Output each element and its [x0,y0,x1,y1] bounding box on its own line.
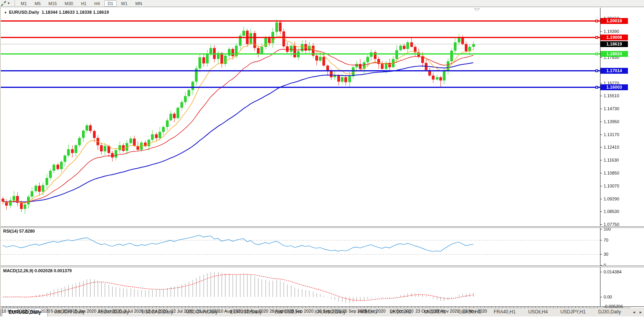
chart-shift-marker[interactable] [474,8,480,11]
timeframe-button-w1[interactable]: W1 [118,0,131,7]
price-level-badge: 1.18024 [600,51,628,57]
timeframe-button-h1[interactable]: H1 [77,0,90,7]
chart-tools-icon[interactable] [0,0,7,7]
date-axis-label: 25 Sep 2020 [342,309,367,313]
price-axis-label: 1.14730 [604,106,619,111]
date-axis-label: 11 Nov 2020 [463,309,487,313]
resistance-line[interactable] [1,20,600,22]
date-axis-label: 15 Jun 2020 [73,309,96,313]
resistance-line-handle[interactable] [595,20,598,22]
chart-tab-usoil-h4[interactable]: USOil,H4 [522,308,554,317]
main-chart-canvas[interactable] [1,8,600,226]
macd-label: MACD(12,26,9) 0.002028 0.001379 [3,268,72,273]
chart-tab-usdjpy-h1[interactable]: USDJPY,H1 [554,308,592,317]
current-price-badge: 1.18619 [600,41,628,47]
price-axis-label: 1.12410 [604,145,619,149]
date-axis-border [1,306,644,307]
rsi-label: RSI(14) 57.8280 [3,229,35,233]
support-line[interactable] [1,87,600,88]
rsi-axis-label: 30 [604,252,608,257]
date-axis-label: 14 Oct 2020 [390,309,413,313]
date-axis-label: 2 Nov 2020 [437,309,459,313]
price-axis-label: 1.10070 [604,184,619,188]
support-line[interactable] [1,70,600,71]
tabbar-grip[interactable] [0,309,1,316]
date-axis-label: 16 Sep 2020 [317,309,341,313]
tab-scroll-right-icon[interactable]: ► [639,310,642,314]
support-line-handle[interactable] [595,69,598,72]
chart-tab-dj30-daily[interactable]: DJ30,Daily [592,308,627,317]
timeframe-buttons: M1M5M15M30H1H4D1W1MN [17,1,146,6]
price-axis-label: 1.11630 [604,158,619,162]
timeframe-button-m15[interactable]: M15 [45,0,60,7]
chart-window: ▼EURUSD,Daily 1.18344 1.18633 1.18338 1.… [0,7,644,315]
tab-scroll-left-icon[interactable]: ◄ [632,310,636,314]
timeframe-button-m30[interactable]: M30 [61,0,76,7]
date-axis-label: 23 Oct 2020 [415,309,439,313]
date-axis-label: 13 Jul 2020 [146,309,168,313]
resistance-line-handle[interactable] [595,36,598,39]
date-axis-label: 31 Jul 2020 [196,309,219,313]
chart-ohlc-values: 1.18344 1.18633 1.18338 1.18619 [42,10,109,15]
timeframe-button-m1[interactable]: M1 [17,0,30,7]
rsi-panel-canvas[interactable] [1,228,600,266]
timeframe-button-mn[interactable]: MN [132,0,146,7]
chart-symbol-period: EURUSD,Daily [9,10,39,15]
date-axis-label: 10 Aug 2020 [218,309,243,313]
date-axis-label: 28 Aug 2020 [269,309,294,313]
pivot-line[interactable] [1,53,600,55]
macd-axis-label: 0.014384 [604,269,622,274]
macd-axis-label: 0.00 [604,295,612,299]
price-level-badge: 1.16003 [600,84,628,90]
date-axis-label: 18 May 2020 [2,309,27,313]
price-level-badge: 1.19008 [600,35,628,40]
date-axis-label: 5 Oct 2020 [364,309,386,313]
price-level-badge: 1.20019 [600,18,628,24]
price-axis-label: 1.10850 [604,171,619,175]
timeframe-button-d1[interactable]: D1 [104,0,117,7]
timeframe-button-h4[interactable]: H4 [91,0,103,7]
price-axis-label: 1.13170 [604,132,619,137]
support-line-handle[interactable] [595,86,598,89]
price-axis-label: 1.09290 [604,197,619,201]
date-axis-label: 7 Sep 2020 [291,309,313,313]
tab-scroll-buttons: ◄ ► [631,308,644,317]
chart-tools-icon-glyph [1,1,6,6]
date-axis-label: 27 May 2020 [25,309,50,313]
macd-splitter[interactable] [1,266,644,267]
date-axis-label: 24 Jun 2020 [98,309,122,313]
timeframe-button-m5[interactable]: M5 [31,0,44,7]
chart-collapse-icon[interactable]: ▼ [4,11,7,15]
chevron-down-icon[interactable]: ▼ [7,2,12,5]
price-axis-label: 1.19390 [604,29,619,34]
resistance-line[interactable] [1,37,600,38]
toolbar-grip[interactable] [13,1,15,6]
chart-title: ▼EURUSD,Daily 1.18344 1.18633 1.18338 1.… [4,10,109,15]
trading-terminal: ▼ M1M5M15M30H1H4D1W1MN ▼EURUSD,Daily 1.1… [0,0,644,324]
chart-tab-fra40-h1[interactable]: FRA40,H1 [488,308,522,317]
date-axis-label: 5 Jun 2020 [51,309,72,313]
rsi-axis-label: 70 [604,238,608,242]
price-level-badge: 1.17014 [600,68,628,74]
date-axis-label: 19 Aug 2020 [244,309,268,313]
price-axis-label: 1.08530 [604,209,619,214]
pivot-line-handle[interactable] [595,53,598,55]
date-axis-label: 3 Jul 2020 [124,309,144,313]
price-axis-label: 1.13950 [604,119,619,124]
price-axis-label: 1.15510 [604,93,619,98]
date-axis-label: 22 Jul 2020 [171,309,193,313]
rsi-splitter[interactable] [1,226,644,228]
timeframe-toolbar: ▼ M1M5M15M30H1H4D1W1MN [0,0,644,7]
macd-panel-canvas[interactable] [1,267,600,306]
